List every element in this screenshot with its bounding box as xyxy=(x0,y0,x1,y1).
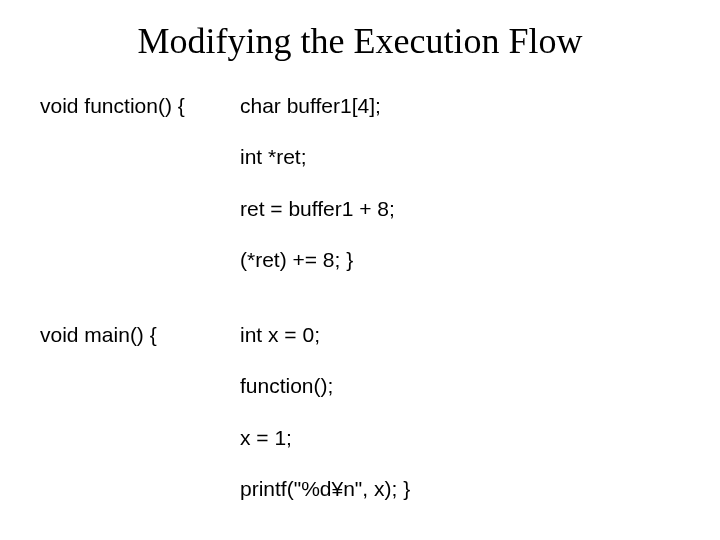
slide: Modifying the Execution Flow void functi… xyxy=(0,0,720,540)
spacer xyxy=(40,297,230,321)
code-line: function(); xyxy=(240,372,680,399)
code-line: x = 1; xyxy=(240,424,680,451)
code-line: printf("%d¥n", x); } xyxy=(240,475,680,502)
main-declaration: void main() { xyxy=(40,321,230,348)
function-declaration: void function() { xyxy=(40,92,230,119)
slide-title: Modifying the Execution Flow xyxy=(40,20,680,62)
code-line: ret = buffer1 + 8; xyxy=(240,195,680,222)
code-line: char buffer1[4]; xyxy=(240,92,680,119)
code-line: (*ret) += 8; } xyxy=(240,246,680,273)
code-block: void function() { char buffer1[4]; int *… xyxy=(40,92,680,526)
code-line: int x = 0; xyxy=(240,321,680,348)
code-line: int *ret; xyxy=(240,143,680,170)
